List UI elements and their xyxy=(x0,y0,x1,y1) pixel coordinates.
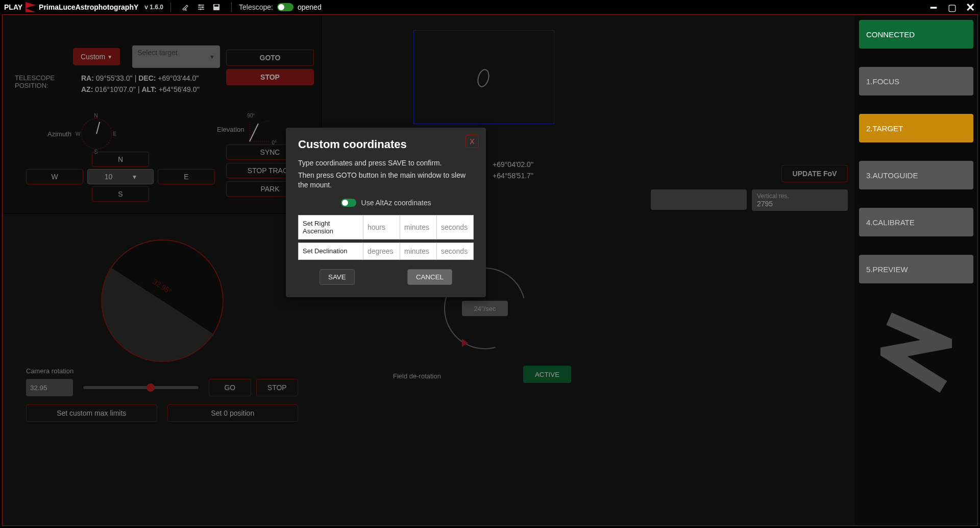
telescope-status: opened xyxy=(298,3,322,11)
rotation-slider[interactable] xyxy=(83,386,199,389)
nav-focus[interactable]: 1.FOCUS xyxy=(859,67,973,95)
dec-row: Set Declination xyxy=(298,243,474,260)
rotator-go-button[interactable]: GO xyxy=(209,379,251,396)
target-select[interactable]: Select target ▾ xyxy=(132,45,220,68)
north-button[interactable]: N xyxy=(92,152,149,167)
altaz-toggle-label: Use AltAz coordinates xyxy=(361,199,431,207)
south-button[interactable]: S xyxy=(92,186,149,202)
vertical-res-box[interactable]: Vertical res. 2795 xyxy=(752,189,848,211)
target-placeholder: Select target xyxy=(137,49,178,57)
title-bar: PLAY PrimaLuceAstrophotographY v 1.6.0 T… xyxy=(0,0,980,14)
ra-row: Set Right Ascension xyxy=(298,215,474,239)
save-icon[interactable] xyxy=(212,3,221,12)
telescope-panel: Custom▼ Select target ▾ GOTO STOP TELESC… xyxy=(3,15,322,214)
east-button[interactable]: E xyxy=(158,169,215,184)
elevation-dial: 90° 0° xyxy=(247,113,273,146)
modal-help-1: Type coordinates and press SAVE to confi… xyxy=(298,158,474,169)
update-fov-button[interactable]: UPDATE FoV xyxy=(781,165,848,182)
ra-label: Set Right Ascension xyxy=(298,215,363,239)
dec-minutes-input[interactable] xyxy=(400,243,437,260)
telescope-label: Telescope: xyxy=(239,3,273,11)
close-button[interactable]: ✕ xyxy=(964,1,977,14)
svg-rect-4 xyxy=(214,5,218,7)
altaz-toggle[interactable] xyxy=(341,199,356,207)
custom-dropdown[interactable]: Custom▼ xyxy=(73,48,120,65)
nav-target[interactable]: 2.TARGET xyxy=(859,114,973,142)
dec-label: Set Declination xyxy=(298,243,363,260)
sliders-icon[interactable] xyxy=(197,3,206,12)
app-frame: Custom▼ Select target ▾ GOTO STOP TELESC… xyxy=(2,14,978,526)
connected-status[interactable]: CONNECTED xyxy=(859,20,973,49)
brand: PLAY PrimaLuceAstrophotographY xyxy=(4,2,138,12)
brand-play: PLAY xyxy=(4,3,22,11)
rotator-dial: 32.95° xyxy=(101,239,224,362)
workflow-nav: CONNECTED 1.FOCUS 2.TARGET 3.AUTOGUIDE 4… xyxy=(855,15,977,525)
svg-point-0 xyxy=(199,5,201,6)
brand-logo-icon xyxy=(26,2,36,12)
nav-preview[interactable]: 5.PREVIEW xyxy=(859,255,973,283)
ra-seconds-input[interactable] xyxy=(437,215,474,239)
telescope-icon[interactable] xyxy=(181,3,190,12)
modal-close-button[interactable]: X xyxy=(465,135,479,148)
elevation-label: Elevation xyxy=(217,126,244,133)
position-label: TELESCOPE POSITION: xyxy=(15,74,55,89)
chevron-down-icon: ▾ xyxy=(133,173,136,181)
telescope-toggle[interactable] xyxy=(277,3,293,11)
target-coords: +69°04'02.0'' +64°58'51.7'' xyxy=(493,160,533,180)
rotator-panel: 32.95° Camera rotation GO STOP Set custo… xyxy=(3,214,322,525)
custom-coordinates-modal: Custom coordinates X Type coordinates an… xyxy=(286,128,486,297)
west-button[interactable]: W xyxy=(26,169,83,184)
azimuth-dial xyxy=(81,118,112,149)
star-marker-icon xyxy=(476,68,492,88)
ra-minutes-input[interactable] xyxy=(400,215,437,239)
svg-line-5 xyxy=(250,124,258,141)
svg-point-2 xyxy=(200,9,202,10)
camera-rotation-label: Camera rotation xyxy=(26,367,298,375)
svg-point-1 xyxy=(202,7,204,8)
set-limits-button[interactable]: Set custom max limits xyxy=(26,404,157,422)
goto-button[interactable]: GOTO xyxy=(226,50,314,66)
derotator-active-button[interactable]: ACTIVE xyxy=(523,366,571,383)
direction-pad: N W 10▾ E S xyxy=(21,150,220,204)
maximize-button[interactable]: ▢ xyxy=(945,2,959,13)
separator xyxy=(170,3,171,12)
derotator-label: Field de-rotation xyxy=(393,372,441,380)
speed-select[interactable]: 10▾ xyxy=(87,169,154,184)
version-label: v 1.6.0 xyxy=(144,4,163,11)
modal-save-button[interactable]: SAVE xyxy=(320,269,355,285)
res-box-2[interactable] xyxy=(651,189,747,210)
minimize-button[interactable]: ━ xyxy=(927,2,940,14)
modal-help-2: Then press GOTO button in the main windo… xyxy=(298,171,474,190)
preview-frame xyxy=(413,30,554,124)
nav-calibrate[interactable]: 4.CALIBRATE xyxy=(859,208,973,236)
brand-logo-large-icon xyxy=(859,302,973,404)
set-zero-button[interactable]: Set 0 position xyxy=(167,404,299,422)
rotator-stop-button[interactable]: STOP xyxy=(256,379,298,396)
derotator-marker-icon xyxy=(462,339,468,347)
derotator-speed: 24"/sec xyxy=(462,301,508,316)
brand-name: PrimaLuceAstrophotographY xyxy=(39,3,138,11)
ra-hours-input[interactable] xyxy=(363,215,400,239)
dec-seconds-input[interactable] xyxy=(437,243,474,260)
nav-autoguide[interactable]: 3.AUTOGUIDE xyxy=(859,161,973,189)
modal-title: Custom coordinates xyxy=(298,138,474,151)
rotation-input[interactable] xyxy=(26,379,73,396)
azimuth-label: Azimuth xyxy=(47,130,71,138)
chevron-down-icon: ▾ xyxy=(210,53,214,61)
modal-cancel-button[interactable]: CANCEL xyxy=(407,269,452,285)
stop-button[interactable]: STOP xyxy=(226,69,314,85)
dec-degrees-input[interactable] xyxy=(363,243,400,260)
separator xyxy=(231,3,232,12)
